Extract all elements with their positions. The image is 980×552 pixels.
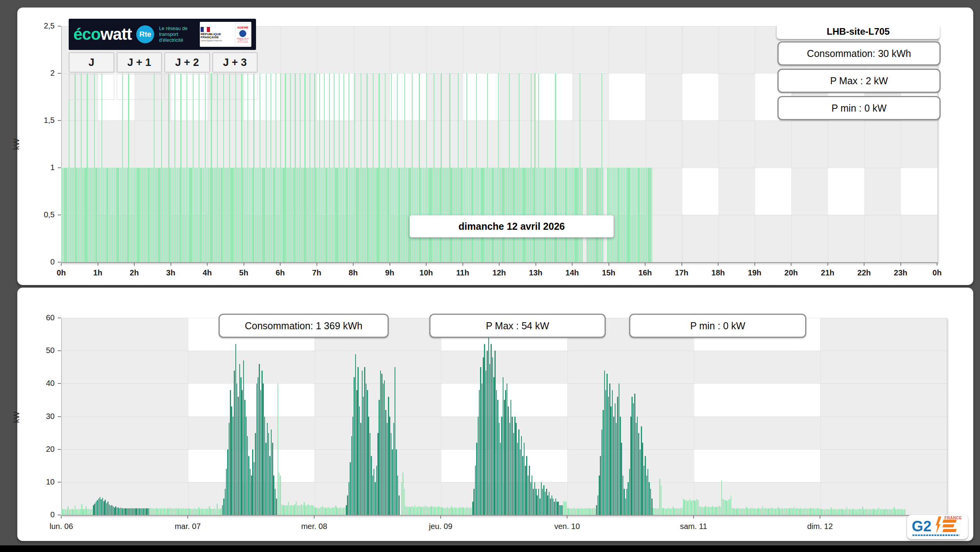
daily-bar bbox=[91, 168, 91, 262]
daily-bar bbox=[201, 168, 202, 262]
weekly-bar bbox=[451, 506, 452, 515]
weekly-bar bbox=[385, 410, 386, 515]
weekly-bar bbox=[854, 509, 855, 515]
daily-x-tick bbox=[827, 263, 828, 266]
weekly-bar bbox=[669, 508, 670, 515]
daily-bar bbox=[123, 168, 124, 262]
weekly-bar bbox=[248, 456, 249, 515]
daily-bar bbox=[395, 168, 395, 262]
weekly-bar bbox=[781, 508, 782, 515]
day-button-label: J + 1 bbox=[117, 52, 162, 73]
weekly-bar bbox=[196, 509, 197, 515]
weekly-bar bbox=[482, 383, 483, 515]
weekly-bar bbox=[217, 504, 218, 515]
weekly-bar bbox=[259, 364, 260, 515]
weekly-bar bbox=[162, 509, 163, 515]
weekly-bar bbox=[621, 443, 622, 515]
weekly-bar bbox=[118, 508, 119, 515]
weekly-bar bbox=[716, 507, 717, 515]
weekly-bar bbox=[827, 509, 828, 515]
weekly-bar bbox=[375, 482, 376, 515]
daily-bar bbox=[391, 73, 392, 262]
weekly-bar bbox=[836, 509, 837, 515]
daily-bar bbox=[622, 168, 623, 262]
ecowatt-gauge-icon bbox=[117, 74, 162, 100]
weekly-bar bbox=[197, 509, 198, 515]
weekly-bar bbox=[554, 502, 555, 515]
daily-bar bbox=[268, 168, 269, 262]
daily-bar bbox=[142, 168, 142, 262]
weekly-bar bbox=[526, 456, 527, 515]
daily-bar bbox=[221, 168, 221, 262]
weekly-bar bbox=[463, 508, 464, 515]
weekly-bar bbox=[336, 508, 338, 515]
daily-bar bbox=[255, 168, 256, 262]
weekly-bar bbox=[661, 485, 662, 515]
day-button-j-plus-3[interactable]: J + 3 bbox=[212, 52, 258, 100]
weekly-bar bbox=[749, 508, 750, 515]
daily-bar bbox=[385, 73, 386, 262]
weekly-bar bbox=[221, 508, 222, 515]
weekly-bar bbox=[355, 354, 356, 515]
daily-bar bbox=[87, 73, 87, 262]
daily-bar bbox=[324, 73, 325, 262]
weekly-bar bbox=[433, 507, 434, 515]
daily-bar bbox=[216, 168, 217, 262]
day-button-j-plus-1[interactable]: J + 1 bbox=[117, 52, 162, 100]
weekly-bar bbox=[436, 507, 437, 515]
weekly-bar bbox=[193, 509, 194, 515]
weekly-bar bbox=[261, 371, 263, 515]
weekly-bar bbox=[707, 507, 708, 515]
day-button-j-plus-2[interactable]: J + 2 bbox=[164, 52, 210, 100]
weekly-bar bbox=[675, 508, 676, 515]
daily-x-tick bbox=[171, 263, 171, 266]
day-button-j[interactable]: J bbox=[69, 52, 114, 100]
daily-bar bbox=[323, 168, 324, 262]
daily-x-tick-label: 5h bbox=[226, 268, 261, 277]
weekly-bar bbox=[101, 499, 102, 515]
daily-bar bbox=[293, 168, 294, 262]
weekly-bar bbox=[467, 507, 468, 515]
daily-bar bbox=[161, 73, 162, 262]
weekly-bar bbox=[799, 509, 800, 515]
daily-bar bbox=[358, 168, 359, 262]
weekly-bar bbox=[265, 443, 267, 515]
daily-bar bbox=[64, 168, 64, 262]
daily-y-tick bbox=[58, 167, 61, 168]
weekly-bar bbox=[562, 505, 563, 515]
weekly-bar bbox=[393, 423, 395, 515]
weekly-bar bbox=[655, 508, 656, 515]
daily-x-tick-label: 11h bbox=[445, 268, 480, 277]
weekly-bar bbox=[473, 489, 475, 515]
daily-bar bbox=[187, 73, 187, 262]
daily-bar bbox=[207, 168, 208, 262]
weekly-bar bbox=[219, 509, 221, 515]
weekly-bar bbox=[427, 507, 429, 515]
daily-bar bbox=[632, 168, 633, 262]
weekly-bar bbox=[159, 508, 160, 515]
daily-bar bbox=[78, 168, 79, 262]
daily-bar bbox=[285, 73, 286, 262]
daily-bar bbox=[617, 168, 618, 262]
daily-bar bbox=[650, 168, 651, 262]
daily-x-tick bbox=[535, 263, 536, 266]
daily-bar bbox=[92, 168, 92, 262]
daily-bar bbox=[139, 168, 140, 262]
weekly-bar bbox=[333, 508, 334, 515]
weekly-bar bbox=[181, 509, 182, 515]
weekly-bar bbox=[798, 508, 799, 515]
weekly-bar bbox=[231, 406, 232, 515]
daily-x-tick-label: 15h bbox=[591, 268, 626, 277]
weekly-bar bbox=[512, 417, 513, 515]
ademe-logo: ADEME AGENCE DE LA TRANSITION ÉCOLOGIQUE bbox=[235, 23, 251, 46]
weekly-bar bbox=[700, 507, 701, 515]
daily-bar bbox=[77, 168, 78, 262]
weekly-bar bbox=[646, 476, 647, 515]
daily-bar bbox=[144, 168, 145, 262]
daily-x-tick-label: 22h bbox=[847, 268, 882, 277]
daily-bar bbox=[237, 168, 237, 262]
weekly-bar bbox=[620, 417, 621, 515]
weekly-bar bbox=[564, 502, 566, 515]
daily-bar bbox=[616, 168, 617, 262]
weekly-bar bbox=[720, 507, 721, 515]
